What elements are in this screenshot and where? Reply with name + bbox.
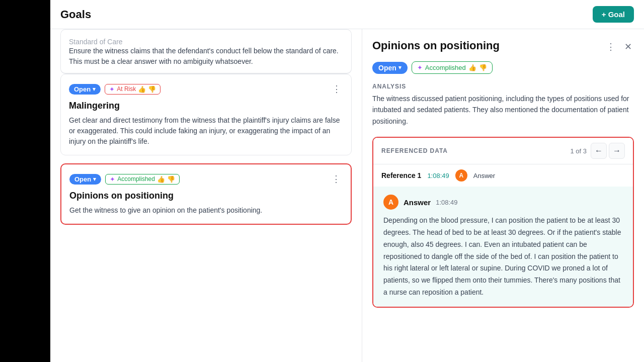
card-partial-title: Standard of Care [69,38,343,46]
detail-status-badge[interactable]: Open ▾ [372,62,408,74]
accomplished-badge-opinions: ✦ Accomplished 👍 👎 [105,174,180,185]
detail-close-button[interactable]: ✕ [622,39,634,54]
referenced-data-box: REFERENCED DATA 1 of 3 ← → Reference 1 1… [372,137,634,308]
thumbs-up-icon-detail[interactable]: 👍 [468,64,476,71]
status-badge-open[interactable]: Open ▾ [69,84,101,95]
thumbs-up-icon[interactable]: 👍 [138,85,146,93]
status-badge-open-opinions[interactable]: Open ▾ [69,174,101,185]
detail-header-actions: ⋮ ✕ [604,39,634,54]
answer-speaker-time: 1:08:49 [436,199,457,206]
card-badges-malingering: Open ▾ ✦ At Risk 👍 👎 [69,84,160,95]
ref-reference-row: Reference 1 1:08:49 A Answer [373,164,633,187]
thumbs-down-icon[interactable]: 👎 [148,85,156,93]
ref-prev-button[interactable]: ← [591,143,607,159]
detail-title: Opinions on positioning [372,39,500,52]
answer-avatar: A [383,195,398,210]
card-badges-opinions: Open ▾ ✦ Accomplished 👍 👎 [69,174,180,185]
goal-title-opinions: Opinions on positioning [69,191,343,201]
goal-desc-standard-of-care: Ensure the witness claims that the defen… [69,46,343,67]
goal-desc-opinions: Get the witness to give an opinion on th… [69,205,343,216]
detail-badges: Open ▾ ✦ Accomplished 👍 👎 [372,61,634,74]
goal-title-malingering: Malingering [69,101,343,111]
ref-timestamp[interactable]: 1:08:49 [427,172,449,179]
analysis-text: The witness discussed patient positionin… [372,93,634,127]
ref-count: 1 of 3 [570,147,587,155]
page-title: Goals [60,8,91,21]
thumbs-down-icon-opinions[interactable]: 👎 [167,175,175,183]
goal-card-standard-of-care[interactable]: Standard of Care Ensure the witness clai… [60,29,352,74]
detail-menu-button[interactable]: ⋮ [604,39,617,54]
ref-nav: ← → [591,143,625,159]
ref-next-button[interactable]: → [609,143,625,159]
chevron-down-icon: ▾ [93,86,96,93]
referenced-data-label: REFERENCED DATA [381,147,448,154]
ref-ref-title: Reference 1 [381,171,421,179]
ref-body-header: A Answer 1:08:49 [383,195,625,210]
goal-card-malingering[interactable]: Open ▾ ✦ At Risk 👍 👎 ⋮ Malingering Get c… [60,74,352,155]
answer-speaker-name: Answer [404,198,431,207]
card-menu-button-opinions[interactable]: ⋮ [330,172,343,186]
thumbs-up-icon-opinions[interactable]: 👍 [157,175,165,183]
spark-icon-detail: ✦ [417,64,423,71]
goal-card-opinions-on-positioning[interactable]: Open ▾ ✦ Accomplished 👍 👎 ⋮ Opinions on … [60,163,352,225]
card-menu-button-malingering[interactable]: ⋮ [330,82,343,96]
ref-avatar: A [455,169,467,182]
add-goal-button[interactable]: + Goal [593,6,634,23]
answer-text: Depending on the blood pressure, I can p… [383,215,625,299]
goals-list: Standard of Care Ensure the witness clai… [50,29,362,362]
ref-answer-tag: Answer [473,172,495,179]
goal-desc-malingering: Get clear and direct testimony from the … [69,115,343,147]
analysis-section: ANALYSIS The witness discussed patient p… [372,83,634,127]
at-risk-badge: ✦ At Risk 👍 👎 [105,84,160,95]
detail-accomplished-badge: ✦ Accomplished 👍 👎 [412,61,493,74]
chevron-down-icon-opinions: ▾ [93,176,96,183]
thumbs-down-icon-detail[interactable]: 👎 [479,64,487,71]
detail-panel: Opinions on positioning ⋮ ✕ Open ▾ ✦ Acc… [362,29,644,362]
ref-header: REFERENCED DATA 1 of 3 ← → [373,138,633,164]
spark-icon-opinions: ✦ [110,175,115,183]
ref-body: A Answer 1:08:49 Depending on the blood … [373,187,633,307]
analysis-label: ANALYSIS [372,83,634,90]
chevron-down-icon-detail: ▾ [398,64,401,71]
ref-ref-info: Reference 1 1:08:49 A Answer [381,169,495,182]
spark-icon: ✦ [109,85,115,93]
